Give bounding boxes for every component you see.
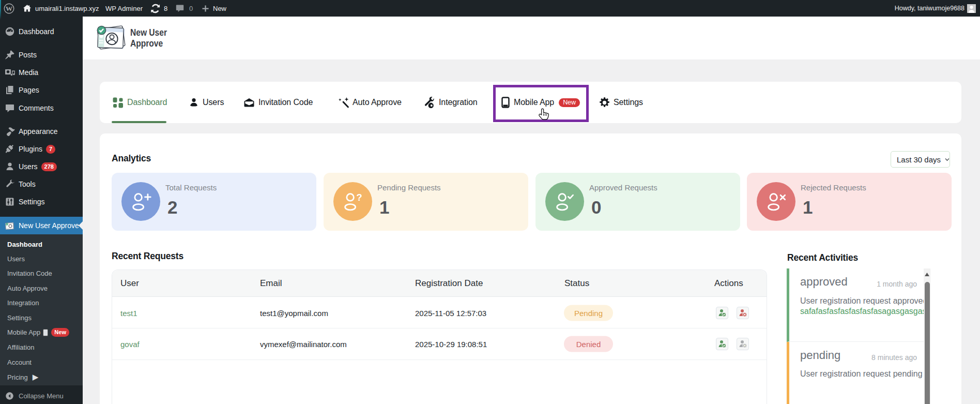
svg-text:W: W [6, 5, 13, 12]
svg-text:?: ? [356, 192, 362, 203]
